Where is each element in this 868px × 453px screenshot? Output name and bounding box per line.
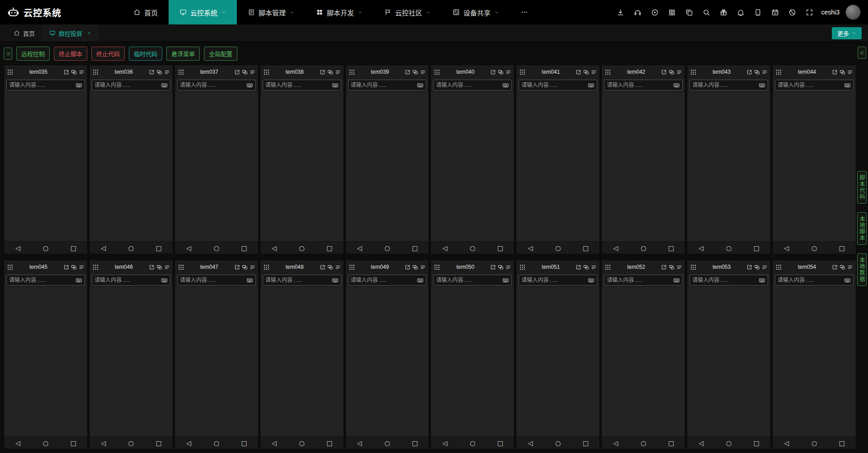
stop-script-button[interactable]: 终止脚本 <box>54 47 87 61</box>
android-recents-button[interactable]: □ <box>572 245 599 251</box>
menu-lines-icon[interactable] <box>164 264 170 270</box>
external-link-icon[interactable] <box>405 264 410 270</box>
android-back-button[interactable]: ◁ <box>175 245 203 251</box>
android-recents-button[interactable]: □ <box>828 245 856 251</box>
screenshot-icon[interactable] <box>840 69 845 75</box>
external-link-icon[interactable] <box>320 69 326 75</box>
drag-handle-icon[interactable] <box>263 264 270 271</box>
android-back-button[interactable]: ◁ <box>431 245 458 251</box>
drag-handle-icon[interactable] <box>604 69 611 76</box>
rail-button-script-code[interactable]: 脚本代码 <box>857 171 867 204</box>
android-home-button[interactable]: ○ <box>544 245 572 251</box>
keyboard-icon[interactable] <box>502 82 509 89</box>
android-home-button[interactable]: ○ <box>459 440 486 446</box>
external-link-icon[interactable] <box>576 264 581 270</box>
android-home-button[interactable]: ○ <box>203 440 230 446</box>
android-home-button[interactable]: ○ <box>32 245 59 251</box>
keyboard-icon[interactable] <box>246 277 253 284</box>
device-screen[interactable] <box>175 287 258 436</box>
device-screen[interactable] <box>346 287 429 436</box>
menu-lines-icon[interactable] <box>676 69 682 75</box>
nav-item-script-dev[interactable]: 脚本开发 <box>305 0 373 24</box>
android-recents-button[interactable]: □ <box>657 245 685 251</box>
android-back-button[interactable]: ◁ <box>4 440 32 446</box>
bell-icon[interactable] <box>737 9 745 16</box>
android-back-button[interactable]: ◁ <box>687 245 715 251</box>
drag-handle-icon[interactable] <box>92 69 99 76</box>
drag-handle-icon[interactable] <box>434 69 440 76</box>
android-home-button[interactable]: ○ <box>203 245 230 251</box>
drag-handle-icon[interactable] <box>604 264 611 271</box>
android-home-button[interactable]: ○ <box>459 245 486 251</box>
keyboard-icon[interactable] <box>161 82 168 89</box>
android-home-button[interactable]: ○ <box>288 440 316 446</box>
menu-lines-icon[interactable] <box>79 264 85 270</box>
device-text-input[interactable] <box>180 277 245 283</box>
android-home-button[interactable]: ○ <box>32 440 59 446</box>
android-home-button[interactable]: ○ <box>373 245 401 251</box>
screenshot-icon[interactable] <box>498 69 504 75</box>
android-back-button[interactable]: ◁ <box>602 440 629 446</box>
device-text-input[interactable] <box>607 277 672 283</box>
external-link-icon[interactable] <box>490 264 496 270</box>
screenshot-icon[interactable] <box>327 69 333 75</box>
device-text-input[interactable] <box>265 277 330 283</box>
nav-item-script-manage[interactable]: 脚本管理 <box>237 0 305 24</box>
rail-button-local-data[interactable]: 本地数据 <box>857 253 867 286</box>
external-link-icon[interactable] <box>320 264 326 270</box>
android-home-button[interactable]: ○ <box>117 440 145 446</box>
android-recents-button[interactable]: □ <box>316 245 343 251</box>
drag-handle-icon[interactable] <box>7 264 14 271</box>
tablet-icon[interactable] <box>754 9 762 16</box>
stop-code-button[interactable]: 终止代码 <box>91 47 125 61</box>
android-back-button[interactable]: ◁ <box>260 440 288 446</box>
device-text-input[interactable] <box>94 82 160 88</box>
screenshot-icon[interactable] <box>669 264 675 270</box>
device-text-input[interactable] <box>692 82 757 88</box>
tab-home[interactable]: 首页 <box>6 24 42 42</box>
device-text-input[interactable] <box>607 82 672 88</box>
external-link-icon[interactable] <box>490 69 496 75</box>
tab-group-control-cast[interactable]: 群控投屏 <box>42 24 99 42</box>
download-icon[interactable] <box>617 9 624 16</box>
device-text-input[interactable] <box>521 277 586 283</box>
android-recents-button[interactable]: □ <box>60 440 87 446</box>
drag-handle-icon[interactable] <box>519 69 526 76</box>
drag-handle-icon[interactable] <box>349 69 355 76</box>
keyboard-icon[interactable] <box>759 82 765 89</box>
device-screen[interactable] <box>602 287 685 436</box>
android-recents-button[interactable]: □ <box>828 440 856 446</box>
device-text-input[interactable] <box>436 82 501 88</box>
user-area[interactable]: ceshi3 <box>818 0 861 24</box>
device-text-input[interactable] <box>692 277 757 283</box>
remote-control-button[interactable]: 远程控制 <box>16 47 50 61</box>
android-recents-button[interactable]: □ <box>743 440 770 446</box>
device-screen[interactable] <box>431 92 514 241</box>
keyboard-icon[interactable] <box>588 82 594 89</box>
android-back-button[interactable]: ◁ <box>90 440 117 446</box>
device-screen[interactable] <box>175 92 258 241</box>
android-home-button[interactable]: ○ <box>288 245 316 251</box>
float-menu-button[interactable]: 悬浮菜单 <box>166 47 200 61</box>
external-link-icon[interactable] <box>149 264 155 270</box>
android-recents-button[interactable]: □ <box>230 245 258 251</box>
nav-item-cloud-system[interactable]: 云控系统 <box>169 0 237 24</box>
android-recents-button[interactable]: □ <box>572 440 599 446</box>
keyboard-icon[interactable] <box>332 277 339 284</box>
device-screen[interactable] <box>346 92 429 241</box>
device-text-input[interactable] <box>180 82 245 88</box>
android-recents-button[interactable]: □ <box>743 245 770 251</box>
toolbar-expand-button[interactable] <box>4 48 12 60</box>
android-home-button[interactable]: ○ <box>544 440 572 446</box>
screenshot-icon[interactable] <box>412 69 418 75</box>
global-config-button[interactable]: 全局配置 <box>204 47 237 61</box>
android-recents-button[interactable]: □ <box>145 440 172 446</box>
toolbar-collapse-button[interactable] <box>858 47 866 59</box>
device-screen[interactable] <box>516 287 599 436</box>
android-back-button[interactable]: ◁ <box>602 245 629 251</box>
android-back-button[interactable]: ◁ <box>431 440 458 446</box>
apps-icon[interactable] <box>668 9 676 16</box>
device-text-input[interactable] <box>351 82 416 88</box>
external-link-icon[interactable] <box>405 69 410 75</box>
android-home-button[interactable]: ○ <box>373 440 401 446</box>
